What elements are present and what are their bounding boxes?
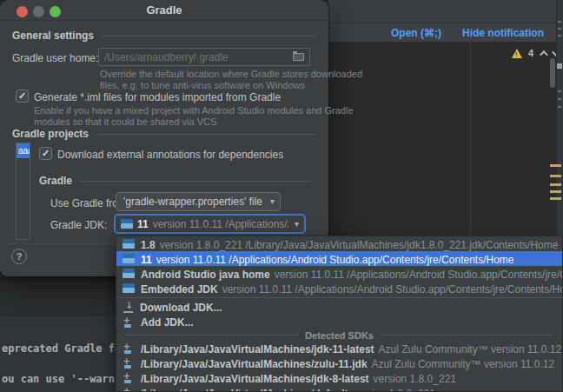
browse-folder-icon[interactable] <box>293 53 304 61</box>
jdk-folder-icon <box>123 269 135 278</box>
ide-toolbar-area <box>328 0 556 23</box>
gradle-user-home-field[interactable]: /Users/arnaudberry/.gradle <box>98 48 310 66</box>
generate-iml-checkbox[interactable]: ✓ <box>16 90 29 103</box>
hide-notification-link[interactable]: Hide notification <box>462 27 544 39</box>
gradle-subheader: Gradle <box>39 175 311 187</box>
jdk-folder-icon <box>121 219 133 229</box>
warning-stripe-mark[interactable] <box>550 164 561 167</box>
gradle-jdk-popup: 1.8version 1.8.0_221 /Library/Java/JavaV… <box>116 236 563 392</box>
screen: Open (⌘;) Hide notification ! 4 eprecate… <box>0 0 563 392</box>
gradle-jdk-value-name: 11 <box>137 218 149 230</box>
zoom-button[interactable] <box>50 6 61 17</box>
stripe-mark[interactable] <box>558 35 561 37</box>
minimize-button[interactable] <box>33 6 44 17</box>
generate-iml-label[interactable]: Generate *.iml files for modules importe… <box>34 91 281 103</box>
download-icon <box>123 302 134 313</box>
warning-stripe-mark[interactable] <box>550 183 561 186</box>
warning-stripe-mark[interactable] <box>550 175 561 177</box>
iml-help: modules so that it could be shared via V… <box>34 116 216 127</box>
jdk-option[interactable]: 1.8version 1.8.0_221 /Library/Java/JavaV… <box>116 236 562 251</box>
detected-sdk-option[interactable]: /Library/Java/JavaVirtualMachines/jdk-8-… <box>116 370 562 385</box>
user-home-help: files, e.g. to tune anti-virus software … <box>100 80 305 90</box>
jdk-folder-icon <box>123 283 135 293</box>
warning-icon: ! <box>512 49 522 58</box>
dialog-titlebar[interactable]: Gradle <box>0 0 328 21</box>
detected-sdk-option[interactable]: /Library/Java/JavaVirtualMachines/jdk-11… <box>116 341 562 355</box>
help-button[interactable]: ? <box>11 249 27 264</box>
popup-separator <box>116 297 562 298</box>
detected-sdks-header: Detected SDKs <box>116 329 562 341</box>
download-annotations-checkbox[interactable]: ✓ <box>39 147 52 160</box>
chevron-down-icon: ▾ <box>292 219 299 229</box>
gradle-jdk-label: Gradle JDK: <box>50 219 107 231</box>
gradle-jdk-value-detail: version 11.0.11 /Applications/Android <box>153 218 288 230</box>
warning-count: 4 <box>528 48 533 58</box>
stripe-mark[interactable] <box>558 98 561 100</box>
open-link[interactable]: Open (⌘;) <box>391 27 441 39</box>
gradle-projects-list: aaa <box>16 143 30 240</box>
detected-sdk-option[interactable]: /Library/Java/JavaVirtualMachines/defaul… <box>116 385 562 392</box>
general-settings-header: General settings <box>12 30 316 42</box>
notification-banner: Open (⌘;) Hide notification <box>328 23 556 43</box>
editor-scrollbar[interactable] <box>550 58 555 88</box>
use-gradle-from-value: 'gradle-wrapper.properties' file <box>123 196 262 208</box>
previous-warning-icon[interactable] <box>540 50 548 58</box>
download-jdk-option[interactable]: Download JDK... <box>116 300 562 315</box>
jdk-option[interactable]: Embedded JDKversion 11.0.11 /Application… <box>116 281 562 296</box>
close-button[interactable] <box>17 6 28 17</box>
jdk-folder-icon <box>123 239 135 249</box>
detected-sdk-option[interactable]: /Library/Java/JavaVirtualMachines/zulu-1… <box>116 355 562 370</box>
add-jdk-option[interactable]: Add JDK... <box>116 315 562 329</box>
gradle-projects-header: Gradle projects <box>12 128 316 140</box>
jdk-option-selected[interactable]: 11version 11.0.11 /Applications/Android … <box>116 251 562 266</box>
gradle-user-home-value[interactable]: /Users/arnaudberry/.gradle <box>104 51 288 63</box>
add-jdk-icon <box>123 373 135 383</box>
use-gradle-from-combobox[interactable]: 'gradle-wrapper.properties' file ▾ <box>116 192 281 211</box>
inspection-widget: ! 4 <box>512 47 558 59</box>
user-home-help: Override the default location where Grad… <box>100 69 362 79</box>
stripe-mark[interactable] <box>558 21 561 23</box>
download-annotations-label[interactable]: Download external annotations for depend… <box>57 149 283 161</box>
add-jdk-icon <box>123 358 135 369</box>
stripe-mark[interactable] <box>558 106 561 108</box>
jdk-folder-icon <box>123 254 135 263</box>
stripe-mark[interactable] <box>558 28 561 30</box>
iml-help: Enable if you have a mixed project with … <box>34 105 354 116</box>
warning-stripe-mark[interactable] <box>550 190 561 193</box>
add-jdk-icon <box>123 317 135 328</box>
gradle-user-home-label: Gradle user home: <box>12 52 98 64</box>
add-jdk-icon <box>123 343 135 354</box>
chevron-down-icon: ▾ <box>270 196 275 206</box>
project-list-item[interactable]: aaa <box>17 143 30 158</box>
jdk-option[interactable]: Android Studio java homeversion 11.0.11 … <box>116 266 562 281</box>
stripe-mark[interactable] <box>557 63 562 69</box>
warning-stripe-mark[interactable] <box>550 197 561 200</box>
stripe-mark[interactable] <box>558 90 561 92</box>
gradle-jdk-combobox[interactable]: 11 version 11.0.11 /Applications/Android… <box>114 214 306 234</box>
add-jdk-icon <box>123 388 135 392</box>
